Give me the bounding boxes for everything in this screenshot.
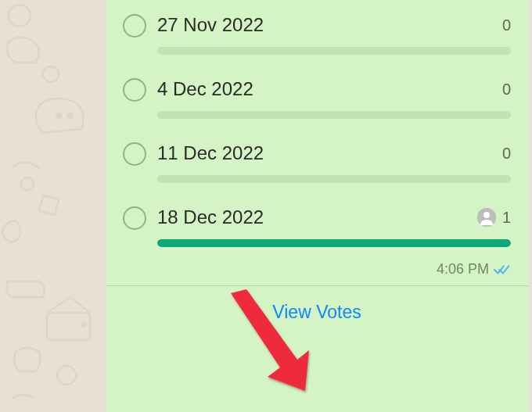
poll-option[interactable]: 18 Dec 2022 1 [123, 192, 511, 256]
chat-background-doodles [0, 0, 106, 412]
vote-count: 0 [502, 145, 511, 163]
progress-bar [157, 175, 511, 183]
progress-bar [157, 47, 511, 55]
option-row: 18 Dec 2022 1 [157, 206, 511, 228]
progress-bar [157, 111, 511, 119]
message-footer: 4:06 PM [106, 256, 528, 285]
poll-message-card: 27 Nov 2022 0 4 Dec 2022 0 [106, 0, 528, 412]
radio-icon[interactable] [123, 78, 146, 102]
svg-point-2 [56, 113, 61, 118]
vote-count-number: 1 [502, 209, 511, 227]
vote-count: 1 [477, 208, 511, 227]
svg-point-9 [483, 212, 490, 218]
option-content: 4 Dec 2022 0 [157, 78, 511, 119]
vote-count: 0 [502, 16, 511, 34]
voter-avatar-icon [477, 208, 496, 227]
option-label: 27 Nov 2022 [157, 14, 264, 36]
svg-point-3 [68, 113, 73, 118]
progress-fill [157, 239, 511, 247]
view-votes-button[interactable]: View Votes [272, 302, 361, 322]
progress-bar [157, 239, 511, 247]
vote-count: 0 [502, 81, 511, 99]
poll-option[interactable]: 27 Nov 2022 0 [123, 0, 511, 64]
radio-icon[interactable] [123, 14, 146, 38]
option-label: 4 Dec 2022 [157, 78, 253, 100]
read-receipt-icon [494, 263, 511, 276]
poll-option[interactable]: 4 Dec 2022 0 [123, 64, 511, 128]
option-label: 18 Dec 2022 [157, 206, 264, 228]
svg-point-1 [43, 66, 59, 82]
svg-point-0 [9, 5, 31, 27]
message-timestamp: 4:06 PM [437, 261, 489, 278]
poll-option[interactable]: 11 Dec 2022 0 [123, 128, 511, 192]
radio-icon[interactable] [123, 142, 146, 166]
option-row: 4 Dec 2022 0 [157, 78, 511, 100]
svg-point-4 [21, 177, 34, 190]
option-content: 27 Nov 2022 0 [157, 14, 511, 55]
option-content: 11 Dec 2022 0 [157, 142, 511, 183]
svg-point-6 [81, 322, 86, 327]
option-row: 27 Nov 2022 0 [157, 14, 511, 36]
poll-options-list: 27 Nov 2022 0 4 Dec 2022 0 [106, 0, 528, 256]
svg-point-7 [57, 366, 76, 385]
option-row: 11 Dec 2022 0 [157, 142, 511, 164]
radio-icon[interactable] [123, 206, 146, 230]
option-content: 18 Dec 2022 1 [157, 206, 511, 247]
view-votes-row: View Votes [106, 286, 528, 339]
option-label: 11 Dec 2022 [157, 142, 264, 164]
